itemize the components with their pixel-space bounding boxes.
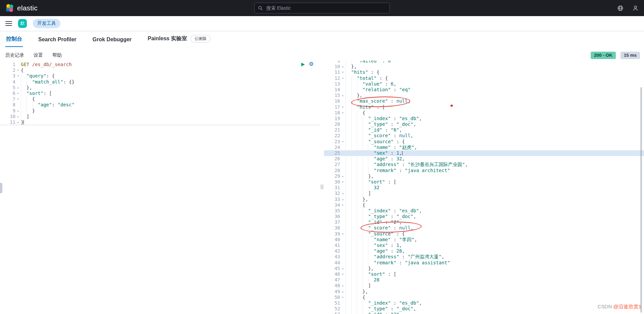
fold-toggle-icon[interactable]: ▾ — [15, 96, 21, 102]
fold-toggle-icon[interactable]: ▴ — [15, 114, 21, 119]
code-line[interactable]: 45▴}, — [324, 266, 644, 271]
globe-icon[interactable] — [617, 5, 624, 11]
code-line[interactable]: 4"match_all": {} — [0, 79, 320, 85]
code-line[interactable]: 14"relation" : "eq" — [324, 87, 644, 93]
fold-toggle-icon[interactable]: ▾ — [340, 110, 345, 116]
code-line[interactable]: 38"_score" : null, — [324, 225, 644, 231]
user-icon[interactable] — [632, 5, 639, 11]
code-line[interactable]: 32▴] — [324, 191, 644, 196]
menu-item-help[interactable]: 帮助 — [52, 52, 62, 58]
code-line[interactable]: 1GET /es_db/_search — [0, 62, 320, 67]
fold-toggle-icon[interactable]: ▾ — [340, 295, 345, 300]
code-line[interactable]: 17▾"hits" : [ — [324, 104, 644, 110]
code-line[interactable]: 23▾"_source" : { — [324, 139, 644, 145]
fold-toggle-icon[interactable]: ▴ — [340, 289, 345, 295]
response-viewer[interactable]: 9"failed" : 010▴},11▾"hits" : {12▾"total… — [324, 61, 644, 314]
panel-splitter[interactable] — [320, 61, 324, 314]
code-line[interactable]: 11▾"hits" : { — [324, 69, 644, 75]
code-line[interactable]: 39▾"_source" : { — [324, 231, 644, 237]
tab-console[interactable]: 控制台 — [5, 32, 23, 47]
code-line[interactable]: 50▾{ — [324, 295, 644, 300]
play-icon[interactable]: ▶ — [301, 61, 305, 67]
fold-toggle-icon[interactable]: ▾ — [15, 91, 21, 96]
request-editor[interactable]: 1GET /es_db/_search2▾{3▾"query": {4"matc… — [0, 61, 320, 314]
code-line[interactable]: 6▾"sort": [ — [0, 91, 320, 96]
space-avatar[interactable]: 默 — [18, 19, 27, 28]
code-line[interactable]: 10▴] — [0, 114, 320, 119]
code-line[interactable]: 43"address" : "广州荔湾大厦", — [324, 254, 644, 260]
search-input[interactable] — [266, 5, 386, 11]
code-line[interactable]: 34▾{ — [324, 202, 644, 208]
fold-toggle-icon[interactable]: ▾ — [340, 179, 345, 185]
code-line[interactable]: 12▾"total" : { — [324, 75, 644, 81]
code-line[interactable]: 3132 — [324, 185, 644, 191]
code-line[interactable]: 24"name" : "赵虎", — [324, 145, 644, 150]
fold-toggle-icon[interactable]: ▾ — [15, 73, 21, 79]
code-line[interactable]: 8"age": "desc" — [0, 102, 320, 108]
code-line[interactable]: 18▾{ — [324, 110, 644, 116]
code-line[interactable]: 7▾{ — [0, 96, 320, 102]
code-line[interactable]: 3▾"query": { — [0, 73, 320, 79]
code-line[interactable]: 4728 — [324, 277, 644, 283]
fold-toggle-icon[interactable]: ▴ — [340, 197, 345, 202]
code-line[interactable]: 22"_score" : null, — [324, 133, 644, 139]
code-line[interactable]: 44"remark" : "java assistant" — [324, 260, 644, 266]
code-line[interactable]: 5▴}, — [0, 85, 320, 91]
code-line[interactable]: 42"age" : 28, — [324, 248, 644, 254]
menu-item-history[interactable]: 历史记录 — [5, 52, 24, 58]
code-line[interactable]: 21"_id" : "6", — [324, 127, 644, 133]
code-line[interactable]: 51"_index" : "es_db", — [324, 300, 644, 306]
fold-toggle-icon[interactable]: ▴ — [340, 266, 345, 271]
fold-toggle-icon[interactable]: ▴ — [15, 119, 21, 125]
fold-toggle-icon[interactable]: ▴ — [340, 191, 345, 196]
fold-toggle-icon[interactable]: ▾ — [340, 271, 345, 277]
code-line[interactable]: 28"remark" : "java architect" — [324, 168, 644, 173]
elastic-logo[interactable]: elastic — [0, 4, 38, 12]
code-line[interactable]: 52"_type" : "_doc", — [324, 306, 644, 312]
wrench-icon[interactable]: ⚙︎ — [309, 61, 314, 67]
code-line[interactable]: 9▴} — [0, 108, 320, 114]
code-line[interactable]: 37"_id" : "2", — [324, 219, 644, 225]
code-line[interactable]: 36"_type" : "_doc", — [324, 214, 644, 219]
code-line[interactable]: 29▴}, — [324, 173, 644, 179]
fold-toggle-icon[interactable]: ▾ — [15, 67, 21, 73]
fold-toggle-icon[interactable]: ▴ — [340, 173, 345, 179]
scrollbar-thumb[interactable] — [640, 87, 642, 313]
code-line[interactable]: 15▴}, — [324, 93, 644, 98]
code-line[interactable]: 10▴}, — [324, 64, 644, 69]
menu-item-settings[interactable]: 设置 — [34, 52, 43, 58]
breadcrumb[interactable]: 开发工具 — [33, 19, 60, 28]
fold-toggle-icon[interactable]: ▾ — [340, 139, 345, 145]
fold-toggle-icon[interactable]: ▴ — [340, 283, 345, 289]
code-line[interactable]: 2▾{ — [0, 67, 320, 73]
code-line[interactable]: 16"max_score" : null, — [324, 98, 644, 104]
fold-toggle-icon[interactable]: ▴ — [340, 64, 345, 69]
code-line[interactable]: 49▴}, — [324, 289, 644, 295]
code-line[interactable]: 46▾"sort" : [ — [324, 271, 644, 277]
edge-grip[interactable] — [0, 183, 2, 193]
code-line[interactable]: 13"value" : 6, — [324, 81, 644, 87]
fold-toggle-icon[interactable]: ▾ — [340, 202, 345, 208]
fold-toggle-icon[interactable]: ▾ — [340, 75, 345, 81]
menu-icon[interactable] — [5, 21, 12, 26]
code-line[interactable]: 9"failed" : 0 — [324, 61, 644, 64]
code-line[interactable]: 27"address" : "长沙麓谷兴工国际产业园", — [324, 162, 644, 167]
code-line[interactable]: 53"_id" : "3", — [324, 312, 644, 314]
code-line[interactable]: 20"_type" : "_doc", — [324, 121, 644, 127]
tab-painless-lab[interactable]: Painless 实验室 公测版 — [147, 31, 211, 47]
code-line[interactable]: 41"sex" : 1, — [324, 243, 644, 248]
fold-toggle-icon[interactable]: ▴ — [15, 85, 21, 91]
fold-toggle-icon[interactable]: ▴ — [15, 108, 21, 114]
tab-search-profiler[interactable]: Search Profiler — [38, 33, 77, 47]
tab-grok-debugger[interactable]: Grok Debugger — [92, 33, 132, 47]
code-line[interactable]: 30▾"sort" : [ — [324, 179, 644, 185]
code-line[interactable]: 19"_index" : "es_db", — [324, 116, 644, 121]
fold-toggle-icon[interactable]: ▴ — [340, 93, 345, 98]
fold-toggle-icon[interactable]: ▾ — [340, 69, 345, 75]
code-line[interactable]: 26"age" : 32, — [324, 156, 644, 162]
code-line[interactable]: 40"name" : "李四", — [324, 237, 644, 243]
code-line[interactable]: 48▴] — [324, 283, 644, 289]
code-line[interactable]: 11▴} — [0, 119, 320, 125]
code-line[interactable]: 33▴}, — [324, 197, 644, 202]
fold-toggle-icon[interactable]: ▾ — [340, 104, 345, 110]
